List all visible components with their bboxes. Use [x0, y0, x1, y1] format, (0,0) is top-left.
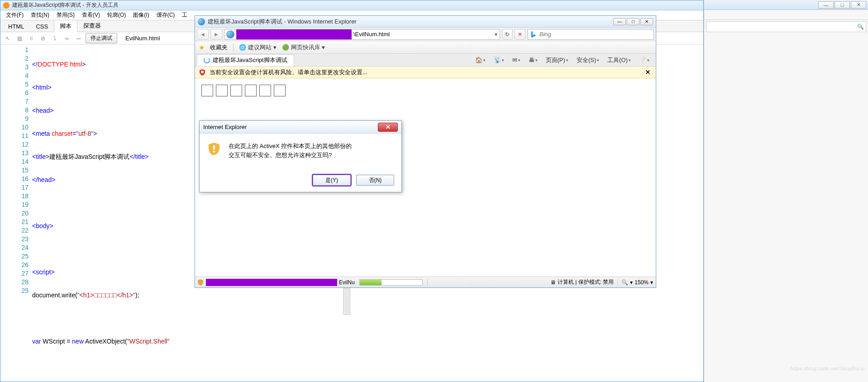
ie-titlebar: 建瓯最坏JavaScript脚本调试 - Windows Internet Ex… [195, 16, 656, 28]
safety-menu-button[interactable]: 安全(S)▾ [574, 55, 602, 65]
help-button[interactable]: ❔▾ [636, 56, 652, 64]
menu-view[interactable]: 查看(V) [78, 10, 104, 20]
tab-css[interactable]: CSS [30, 21, 54, 32]
right-window-controls: — □ ✕ [704, 0, 868, 10]
address-dropdown-icon[interactable]: ▾ [492, 31, 500, 38]
favorites-star-icon[interactable]: ★ [199, 43, 205, 52]
pause-icon[interactable]: ⏸ [27, 34, 36, 43]
print-button[interactable]: 🖶▾ [526, 56, 540, 64]
search-input[interactable] [539, 31, 652, 38]
glyph-box [230, 85, 242, 96]
menu-file[interactable]: 文件(F) [2, 10, 27, 20]
select-element-icon[interactable]: ↖ [3, 34, 12, 43]
close-button[interactable]: ✕ [851, 1, 866, 9]
zone-label: 计算机 | 保护模式: 禁用 [558, 278, 614, 286]
tab-profiler[interactable]: 探查器 [77, 19, 107, 32]
ie-minimize-button[interactable]: — [613, 18, 626, 25]
line-gutter: 12345678910 11121314151617181920 2122232… [0, 45, 32, 382]
maximize-button[interactable]: □ [835, 1, 850, 9]
devtools-titlebar: 建瓯最坏JavaScript脚本调试 - 开发人员工具 [0, 0, 703, 10]
scrollbar-artifact[interactable] [343, 288, 350, 315]
menu-trunc[interactable]: 工 [178, 10, 191, 20]
dialog-titlebar: Internet Explorer ✕ [200, 121, 401, 134]
web-slice-button[interactable]: 🟢网页快讯库 ▾ [282, 43, 325, 52]
globe-icon: 🌐 [239, 44, 246, 51]
forward-button[interactable]: ► [210, 29, 222, 40]
tab-label: 建瓯最坏JavaScript脚本调试 [213, 56, 287, 64]
menu-outline[interactable]: 轮廓(O) [104, 10, 129, 20]
separator [233, 43, 234, 52]
page-menu-button[interactable]: 页面(P)▾ [543, 55, 571, 65]
address-field[interactable]: \EvilNum.html ▾ [224, 29, 500, 40]
tools-menu-button[interactable]: 工具(O)▾ [605, 55, 634, 65]
menu-cache[interactable]: 缓存(C) [153, 10, 179, 20]
zoom-out-icon[interactable]: 🔍 [621, 279, 628, 286]
step-icon[interactable]: ⤵ [50, 34, 59, 43]
activex-dialog: Internet Explorer ✕ 在此页上的 ActiveX 控件和本页上… [199, 120, 402, 192]
shield-warning-icon: ! [199, 69, 206, 76]
address-url-tail: \EvilNum.html [352, 31, 492, 38]
zoom-value: 150% [634, 279, 649, 286]
stop-button[interactable]: ✕ [515, 29, 525, 40]
dialog-message: 在此页上的 ActiveX 控件和本页上的其他部份的 交互可能不安全。您想允许这… [229, 142, 352, 159]
webslice-icon: 🟢 [282, 44, 289, 51]
progress-bar [359, 279, 423, 286]
status-shield-icon [197, 279, 204, 286]
home-button[interactable]: 🏠▾ [472, 56, 488, 64]
dialog-close-button[interactable]: ✕ [378, 123, 398, 132]
bing-icon [529, 31, 537, 38]
browser-tab[interactable]: 建瓯最坏JavaScript脚本调试 [197, 54, 294, 66]
menu-disable[interactable]: 禁用(S) [53, 10, 78, 20]
feeds-button[interactable]: 📡▾ [491, 56, 507, 64]
step-over-icon[interactable]: ⤼ [62, 34, 71, 43]
right-search-stub[interactable]: 🔍 [706, 21, 866, 32]
refresh-button[interactable]: ↻ [502, 29, 513, 40]
ie-close-button[interactable]: ✕ [640, 18, 653, 25]
ie-app-icon [198, 18, 205, 25]
dialog-yes-button[interactable]: 是(Y) [313, 175, 351, 186]
right-pane: — □ ✕ 🔍 https://blog.csdn.net/JiangBuLiu [704, 0, 868, 382]
ie-status-bar: EvilNu 🖥 计算机 | 保护模式: 禁用 🔍 ▾ 150% ▾ [195, 277, 656, 287]
ie-address-bar: ◄ ► \EvilNum.html ▾ ↻ ✕ [195, 28, 656, 41]
clear-icon[interactable]: ▨ [15, 34, 24, 43]
zoom-dropdown-icon[interactable]: ▾ [630, 279, 633, 286]
redacted-path [236, 29, 352, 39]
menu-image[interactable]: 图像(I) [129, 10, 153, 20]
devtools-title: 建瓯最坏JavaScript脚本调试 - 开发人员工具 [12, 1, 119, 9]
tab-script[interactable]: 脚本 [54, 20, 77, 32]
zone-icon: 🖥 [550, 279, 556, 286]
dialog-no-button[interactable]: 否(N) [356, 175, 394, 186]
search-field[interactable] [527, 29, 654, 40]
suggested-sites-button[interactable]: 🌐建议网站 ▾ [239, 43, 277, 52]
ie-tab-bar: 建瓯最坏JavaScript脚本调试 🏠▾ 📡▾ ✉▾ 🖶▾ 页面(P)▾ 安全… [195, 54, 656, 67]
tab-html[interactable]: HTML [2, 21, 30, 32]
status-redacted [206, 279, 337, 286]
right-menu-stub [704, 10, 868, 20]
ie-favorites-bar: ★ 收藏夹 🌐建议网站 ▾ 🟢网页快讯库 ▾ [195, 41, 656, 54]
ie-window-title: 建瓯最坏JavaScript脚本调试 - Windows Internet Ex… [208, 18, 613, 26]
devtools-app-icon [3, 2, 10, 9]
placeholder-boxes [201, 85, 649, 96]
tab-loading-icon [204, 57, 210, 63]
ie-maximize-button[interactable]: □ [627, 18, 639, 25]
back-button[interactable]: ◄ [197, 29, 209, 40]
current-script-filename[interactable]: EvilNum.html [125, 35, 160, 42]
page-icon [226, 30, 234, 38]
glyph-box [259, 85, 271, 96]
glyph-box [216, 85, 228, 96]
step-out-icon[interactable]: ⤻ [74, 34, 83, 43]
warning-close-button[interactable]: ✕ [644, 69, 652, 76]
minimize-button[interactable]: — [818, 1, 834, 9]
security-warning-bar[interactable]: ! 当前安全设置会使计算机有风险。请单击这里更改安全设置... ✕ [195, 67, 656, 78]
glyph-box [201, 85, 213, 96]
status-url-tail: EvilNu [337, 279, 357, 286]
ie-command-bar: 🏠▾ 📡▾ ✉▾ 🖶▾ 页面(P)▾ 安全(S)▾ 工具(O)▾ ❔▾ [294, 55, 656, 65]
dialog-title: Internet Explorer [203, 124, 247, 130]
zoom-dropdown2-icon[interactable]: ▾ [650, 279, 653, 286]
glyph-box [274, 85, 286, 96]
stop-debug-button[interactable]: 停止调试 [86, 33, 117, 43]
menu-find[interactable]: 查找(N) [27, 10, 53, 20]
mail-button[interactable]: ✉▾ [510, 56, 523, 64]
break-icon[interactable]: ⊘ [38, 34, 48, 43]
favorites-label[interactable]: 收藏夹 [210, 43, 228, 52]
